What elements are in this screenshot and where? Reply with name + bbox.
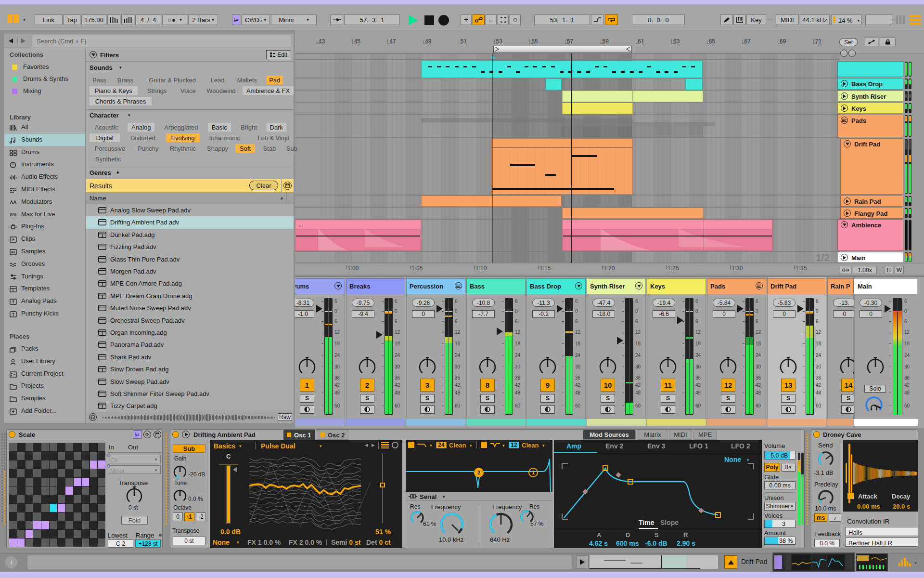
svg-text:1: 1 <box>532 470 535 475</box>
svg-text:2: 2 <box>477 470 480 475</box>
